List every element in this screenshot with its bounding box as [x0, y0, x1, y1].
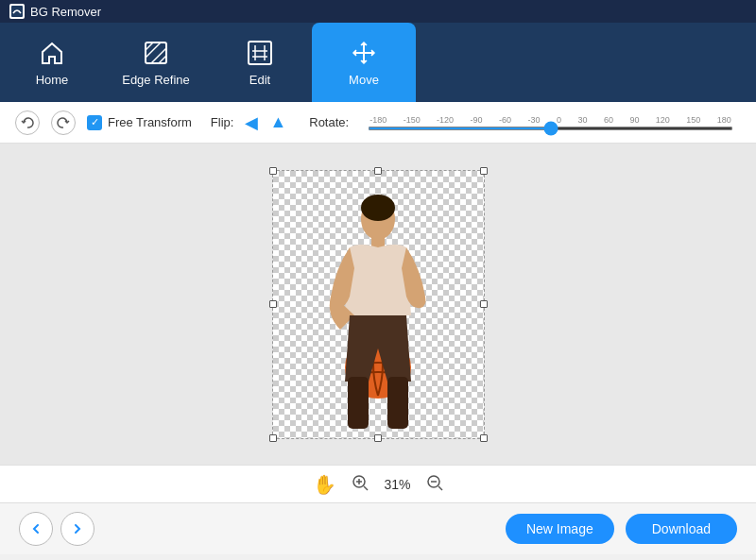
svg-rect-8 — [387, 377, 408, 429]
nav-edge-refine-label: Edge Refine — [122, 73, 190, 87]
image-container[interactable] — [272, 170, 485, 439]
nav-edge-refine[interactable]: Edge Refine — [104, 23, 208, 102]
download-button[interactable]: Download — [626, 514, 737, 544]
nav-move-label: Move — [349, 73, 379, 87]
svg-rect-5 — [371, 236, 385, 247]
svg-line-14 — [438, 486, 442, 490]
zoom-percent: 31% — [384, 477, 410, 492]
title-bar: BG Remover — [0, 0, 756, 23]
person-image — [302, 193, 454, 438]
canvas-area — [0, 144, 756, 465]
handle-top-right[interactable] — [480, 167, 488, 175]
flip-horizontal-button[interactable]: ◀ — [245, 112, 258, 133]
nav-edit-label: Edit — [249, 73, 270, 87]
handle-bottom-left[interactable] — [269, 434, 277, 442]
checkbox-icon: ✓ — [87, 115, 102, 130]
svg-point-4 — [361, 195, 395, 221]
next-button[interactable] — [60, 512, 94, 546]
svg-rect-2 — [249, 42, 271, 64]
undo-button[interactable] — [15, 110, 40, 135]
bottom-bar: New Image Download — [0, 502, 756, 554]
zoom-bar: ✋ 31% — [0, 465, 756, 502]
handle-top-left[interactable] — [269, 167, 277, 175]
handle-bottom-right[interactable] — [480, 434, 488, 442]
zoom-out-button[interactable] — [426, 474, 443, 495]
nav-arrows — [19, 512, 94, 546]
rotate-slider-container: -180 -150 -120 -90 -60 -30 0 30 60 90 12… — [360, 115, 741, 130]
svg-rect-7 — [348, 377, 369, 429]
rotate-slider[interactable] — [368, 127, 733, 130]
svg-line-10 — [364, 486, 368, 490]
nav-home-label: Home — [36, 73, 69, 87]
handle-left-middle[interactable] — [269, 300, 277, 308]
handle-right-middle[interactable] — [480, 300, 488, 308]
action-buttons: New Image Download — [506, 514, 737, 544]
drag-hand-icon[interactable]: ✋ — [313, 473, 336, 496]
app-icon — [9, 4, 25, 19]
prev-button[interactable] — [19, 512, 53, 546]
zoom-in-button[interactable] — [352, 474, 369, 495]
nav-bar: Home Edge Refine Edit Move — [0, 23, 756, 102]
nav-move[interactable]: Move — [312, 23, 416, 102]
toolbar: ✓ Free Transform Flip: ◀ ▲ Rotate: -180 … — [0, 102, 756, 144]
flip-vertical-button[interactable]: ▲ — [269, 112, 286, 132]
svg-rect-0 — [11, 6, 23, 17]
redo-button[interactable] — [51, 110, 76, 135]
free-transform-label: Free Transform — [108, 115, 192, 129]
svg-rect-1 — [146, 42, 166, 63]
app-title: BG Remover — [30, 5, 101, 19]
handle-top-middle[interactable] — [374, 167, 382, 175]
new-image-button[interactable]: New Image — [506, 514, 614, 544]
flip-label: Flip: — [211, 115, 234, 129]
free-transform-checkbox[interactable]: ✓ Free Transform — [87, 115, 192, 130]
nav-home[interactable]: Home — [0, 23, 104, 102]
rotate-label: Rotate: — [309, 115, 349, 129]
nav-edit[interactable]: Edit — [208, 23, 312, 102]
